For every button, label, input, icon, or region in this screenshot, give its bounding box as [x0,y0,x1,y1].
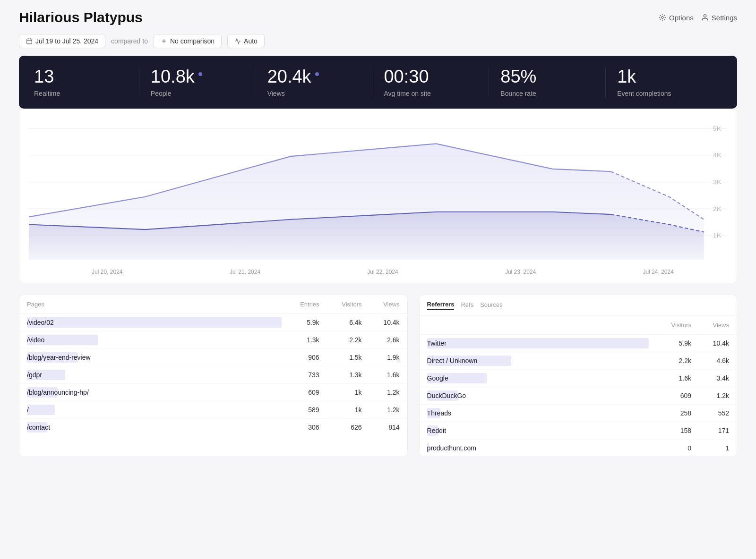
referrer-row: DuckDuckGo 609 1.2k [420,387,737,405]
visitors-value: 6.4k [319,319,362,326]
pages-table-header: Pages Entries Visitors Views [19,295,407,314]
referrer-cell: Direct / Unknown [427,357,649,364]
stat-label: Views [267,90,361,97]
referrers-table-header: Visitors Views [420,316,737,335]
page-cell: / [27,406,282,414]
stat-label: People [151,90,244,97]
table-row: /video/02 5.9k 6.4k 10.4k [19,314,407,331]
stat-item-2: 20.4k Views [256,67,373,97]
svg-point-0 [662,17,663,18]
page-name: /blog/announcing-hp/ [27,389,89,396]
svg-text:4K: 4K [713,152,722,159]
page-name: / [27,406,29,414]
ref-views-value: 552 [691,409,729,417]
options-button[interactable]: Options [659,14,694,22]
app-title: Hilarious Platypus [19,9,143,25]
entries-value: 609 [282,389,319,396]
chart-x-label: Jul 20, 2024 [92,269,122,275]
entries-value: 906 [282,354,319,361]
header-actions: Options Settings [659,14,737,22]
tables-section: Pages Entries Visitors Views /video/02 5… [19,295,737,457]
ref-views-value: 171 [691,427,729,434]
referrer-row: producthunt.com 0 1 [420,440,737,457]
entries-value: 733 [282,371,319,379]
plus-icon [161,38,167,44]
page-name: /video/02 [27,319,54,326]
ref-visitors-value: 5.9k [649,339,691,347]
stat-indicator [315,72,319,76]
referrer-tab-sources[interactable]: Sources [480,301,503,309]
stat-value: 20.4k [267,67,361,87]
referrer-cell: Twitter [427,339,649,347]
svg-text:5K: 5K [713,125,722,132]
views-value: 1.2k [362,389,400,396]
entries-value: 589 [282,406,319,414]
stat-value: 00:30 [384,67,477,87]
compared-to-label: compared to [111,37,148,45]
stat-value: 13 [34,67,128,87]
svg-text:2K: 2K [713,205,722,212]
chart-svg: 5K 4K 3K 2K 1K [29,119,727,265]
referrer-tab-refs[interactable]: Refs [461,301,473,309]
ref-views-value: 1.2k [691,392,729,399]
stats-bar: 13 Realtime 10.8k People 20.4k Views 00:… [19,56,737,109]
entries-value: 306 [282,423,319,431]
pages-panel: Pages Entries Visitors Views /video/02 5… [19,295,408,457]
stat-item-3: 00:30 Avg time on site [372,67,489,97]
referrer-name: Direct / Unknown [427,357,478,364]
stat-label: Avg time on site [384,90,477,97]
ref-visitors-value: 258 [649,409,691,417]
page-cell: /video [27,336,282,344]
page-name: /blog/year-end-review [27,354,91,361]
visitors-value: 2.2k [319,336,362,344]
ref-views-value: 10.4k [691,339,729,347]
comparison-button[interactable]: No comparison [154,34,222,48]
referrer-name: Reddit [427,427,446,434]
referrer-row: Direct / Unknown 2.2k 4.6k [420,352,737,370]
page-cell: /video/02 [27,319,282,326]
person-icon [701,14,709,21]
visitors-value: 1.5k [319,354,362,361]
date-range-button[interactable]: Jul 19 to Jul 25, 2024 [19,34,105,48]
table-row: / 589 1k 1.2k [19,401,407,419]
referrers-panel: ReferrersRefsSources Visitors Views Twit… [419,295,737,457]
visitors-value: 626 [319,423,362,431]
referrer-row: Threads 258 552 [420,405,737,422]
page-cell: /gdpr [27,371,282,379]
referrer-cell: Threads [427,409,649,417]
page-name: /video [27,336,44,344]
ref-visitors-value: 1.6k [649,374,691,382]
chart-wrapper: 5K 4K 3K 2K 1K [19,109,737,283]
views-value: 10.4k [362,319,400,326]
ref-visitors-value: 0 [649,444,691,452]
calendar-icon [26,38,33,44]
ref-views-value: 1 [691,444,729,452]
page-name: /gdpr [27,371,42,379]
referrer-name: DuckDuckGo [427,392,466,399]
auto-button[interactable]: Auto [227,34,265,48]
stat-label: Bounce rate [500,90,594,97]
entries-value: 5.9k [282,319,319,326]
page-name: /contact [27,423,50,431]
ref-views-value: 4.6k [691,357,729,364]
views-value: 1.9k [362,354,400,361]
settings-button[interactable]: Settings [701,14,737,22]
referrer-name: Google [427,374,448,382]
referrer-name: producthunt.com [427,444,476,452]
ref-views-value: 3.4k [691,374,729,382]
referrer-cell: DuckDuckGo [427,392,649,399]
page-bar [27,317,282,328]
svg-rect-2 [27,39,32,44]
views-value: 1.2k [362,406,400,414]
stat-label: Realtime [34,90,128,97]
stat-indicator [198,72,202,76]
referrer-cell: Google [427,374,649,382]
table-row: /gdpr 733 1.3k 1.6k [19,366,407,384]
stat-item-1: 10.8k People [139,67,256,97]
svg-text:3K: 3K [713,178,722,186]
visitors-value: 1k [319,406,362,414]
referrer-tab-referrers[interactable]: Referrers [427,301,455,310]
referrer-name: Twitter [427,339,447,347]
referrer-row: Reddit 158 171 [420,422,737,440]
table-row: /video 1.3k 2.2k 2.6k [19,331,407,349]
